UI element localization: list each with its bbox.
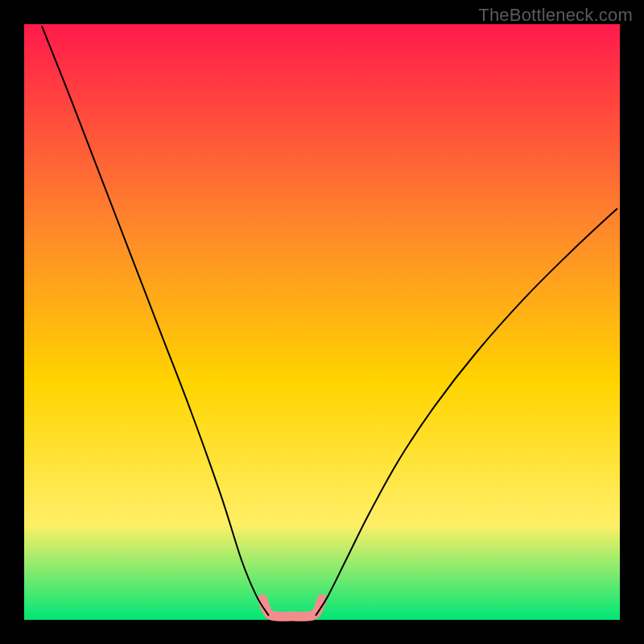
watermark-text: TheBottleneck.com <box>478 5 633 26</box>
bottleneck-chart <box>0 0 644 644</box>
plot-background <box>24 24 620 620</box>
chart-svg <box>0 0 644 644</box>
